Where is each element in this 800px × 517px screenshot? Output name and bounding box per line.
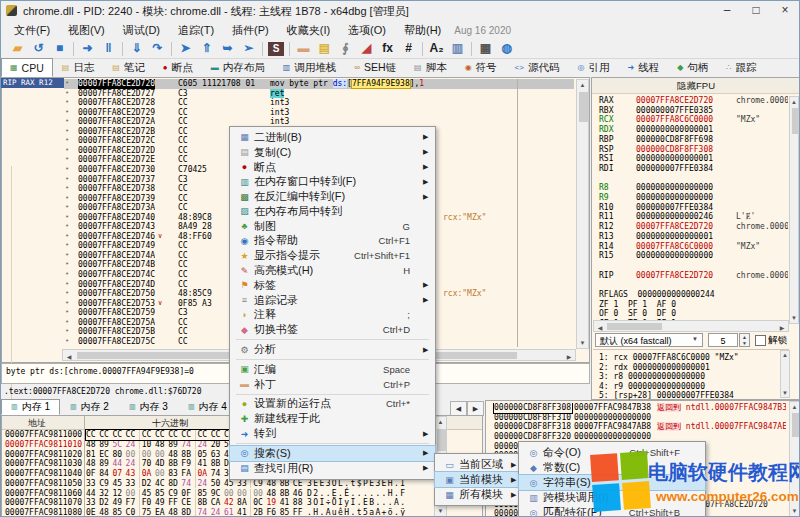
scroll-right-icon[interactable]: ▶ xyxy=(778,324,786,331)
step-into-icon[interactable]: ⇓ xyxy=(126,40,147,57)
dump-prev-button[interactable]: ◀ xyxy=(450,401,467,416)
menu-item-goto-disassembly[interactable]: ▩在反汇编中转到(F)▶ xyxy=(230,189,435,204)
register-row[interactable] xyxy=(592,261,788,271)
tab-trace[interactable]: ∴跟踪 xyxy=(717,58,765,77)
register-row[interactable]: R150000000000000000 xyxy=(592,251,788,261)
breakpoint-dot-icon[interactable]: • xyxy=(65,213,69,222)
scroll-thumb[interactable] xyxy=(792,108,798,134)
breakpoint-dot-icon[interactable]: • xyxy=(65,194,69,203)
tab-source[interactable]: <>源代码 xyxy=(506,58,569,77)
menu-item-current-module[interactable]: ▣当前模块▶ xyxy=(435,472,523,487)
argument-row[interactable]: 4: r9 0000000000000000 xyxy=(599,382,705,392)
disassembly-vscrollbar[interactable]: ▲ ▼ xyxy=(576,79,589,349)
functions-fx-icon[interactable]: fx xyxy=(377,40,398,57)
register-row[interactable]: RSI0000000000000001 xyxy=(592,154,788,164)
scroll-up-icon[interactable]: ▲ xyxy=(790,99,798,105)
disassembly-row[interactable]: •00007FFA8CE2D727C3ret xyxy=(2,89,574,99)
register-row[interactable]: RDX0000000000000001 xyxy=(592,125,788,135)
register-row[interactable]: R110000000000000246L'Ɇ' xyxy=(592,212,788,222)
step-over-icon[interactable]: ↷ xyxy=(147,40,168,57)
calling-convention-select[interactable]: 默认 (x64 fastcall) xyxy=(595,333,703,347)
menu-item-string-references[interactable]: ◎字符串(S) xyxy=(519,475,705,490)
dump-row[interactable]: 00007FFAC981107033D249F7F049FFCE8BCA428A… xyxy=(2,498,432,508)
register-row[interactable] xyxy=(592,280,788,290)
scroll-thumb[interactable] xyxy=(579,92,588,122)
menu-item-all-modules[interactable]: ▦所有模块▶ xyxy=(435,487,523,502)
breakpoint-dot-icon[interactable]: • xyxy=(65,98,69,107)
notes-icon[interactable]: ▤ xyxy=(314,40,335,57)
breakpoint-dot-icon[interactable]: • xyxy=(65,327,69,336)
run-icon[interactable]: ➜ xyxy=(77,40,98,57)
menu-plugins[interactable]: 插件(P) xyxy=(223,21,278,40)
menu-item-command[interactable]: ◎命令(O)Ctrl+Shift+F xyxy=(519,445,705,460)
dump-row[interactable]: 00007FFAC9811060443212004585C90F859C0000… xyxy=(2,489,432,499)
scroll-down-icon[interactable]: ▼ xyxy=(790,315,798,321)
breakpoint-dot-icon[interactable]: • xyxy=(65,155,69,164)
register-row[interactable]: RAX00007FFA8CE2D720chrome.00007 xyxy=(592,96,788,106)
argument-count-field[interactable]: 5 xyxy=(708,333,738,347)
restart-icon[interactable]: ↺ xyxy=(28,40,49,57)
hide-fpu-button[interactable]: 隐藏FPU xyxy=(592,78,800,94)
breakpoint-dot-icon[interactable]: • xyxy=(65,203,69,212)
menu-item-search[interactable]: ◎搜索(S)▶ xyxy=(230,446,435,461)
calculator-icon[interactable]: ▦ xyxy=(475,40,496,57)
menu-trace[interactable]: 追踪(T) xyxy=(169,21,223,40)
menu-item-toggle-bookmark[interactable]: ◆切换书签Ctrl+D xyxy=(230,322,435,337)
tab-cpu[interactable]: ▦CPU xyxy=(1,58,53,77)
menu-item-goto[interactable]: ➜转到▶ xyxy=(230,426,435,441)
menu-item-analysis[interactable]: ⚙分析▶ xyxy=(230,342,435,357)
tab-threads[interactable]: ➜线程 xyxy=(618,58,668,77)
breakpoint-dot-icon[interactable]: • xyxy=(65,270,69,279)
switch-thread-icon[interactable]: ➢ xyxy=(238,40,259,57)
step-out-icon[interactable]: ⇑ xyxy=(196,40,217,57)
dump-row[interactable]: 00007FFAC981105033C94533D24C8D7424504533… xyxy=(2,479,432,489)
breakpoint-dot-icon[interactable]: • xyxy=(65,318,69,327)
scylla-icon[interactable]: S xyxy=(268,42,284,56)
memory-tab-2[interactable]: ▥内存 2 xyxy=(60,399,119,415)
stack-row[interactable]: 000000CD8F8FF30800007FFAC9847B38返回到 ntdl… xyxy=(486,403,786,413)
breakpoint-dot-icon[interactable]: • xyxy=(65,232,69,241)
breakpoint-dot-icon[interactable]: • xyxy=(65,289,69,298)
scroll-left-icon[interactable]: ◀ xyxy=(596,324,604,331)
scroll-thumb[interactable] xyxy=(437,429,446,451)
breakpoint-dot-icon[interactable]: • xyxy=(65,184,69,193)
menu-item-highlight-mode[interactable]: ✎高亮模式(H)H xyxy=(230,263,435,278)
register-row[interactable]: RBX000000007FFE0385 xyxy=(592,106,788,116)
menu-item-graph[interactable]: ♣制图G xyxy=(230,219,435,234)
menu-item-current-region[interactable]: ▭当前区域▶ xyxy=(435,457,523,472)
scroll-left-icon[interactable]: ◀ xyxy=(65,353,73,360)
tab-call-stack[interactable]: ▥调用堆栈 xyxy=(274,58,346,77)
menu-item-find-references[interactable]: ▤查找引用(R)▶ xyxy=(230,461,435,476)
globe-icon[interactable]: ◍ xyxy=(496,40,517,57)
registers-pane[interactable]: 隐藏FPU RAX00007FFA8CE2D720chrome.00007RBX… xyxy=(591,77,800,400)
breakpoint-dot-icon[interactable]: • xyxy=(65,260,69,269)
pause-icon[interactable]: ‖ xyxy=(98,40,119,57)
breakpoint-dot-icon[interactable]: • xyxy=(65,222,69,231)
menu-file[interactable]: 文件(F) xyxy=(5,21,59,40)
tab-script[interactable]: ▤脚本 xyxy=(405,58,456,77)
disassembly-row[interactable]: •00007FFA8CE2D728CCint3 xyxy=(2,98,574,108)
register-row[interactable]: R10000000007FFE0384 xyxy=(592,203,788,213)
breakpoint-dot-icon[interactable]: • xyxy=(65,280,69,289)
register-row[interactable]: RIP00007FFA8CE2D720chrome.00007 xyxy=(592,271,788,281)
breakpoint-dot-icon[interactable]: • xyxy=(65,79,69,88)
registers-vscrollbar[interactable]: ▲ ▼ xyxy=(789,96,799,324)
breakpoint-dot-icon[interactable]: • xyxy=(65,241,69,250)
menu-item-constant[interactable]: ◆常数(C) xyxy=(519,460,705,475)
tab-log[interactable]: ▤日志 xyxy=(53,58,104,77)
breakpoint-dot-icon[interactable]: • xyxy=(65,136,69,145)
tab-memory-map[interactable]: ▬内存布局 xyxy=(202,58,274,77)
menu-item-binary[interactable]: ▦二进制(B)▶ xyxy=(230,130,435,145)
menu-options[interactable]: 选项(O) xyxy=(339,21,395,40)
arguments-vscrollbar[interactable]: ▲ ▼ xyxy=(780,350,790,398)
register-row[interactable]: RSP000000CD8F8FF308 xyxy=(592,145,788,155)
tab-references[interactable]: ◎引用 xyxy=(568,58,618,77)
argument-count-stepper[interactable]: ▲▼ xyxy=(739,333,750,347)
breakpoint-dot-icon[interactable]: • xyxy=(65,117,69,126)
maximize-button[interactable]: □ xyxy=(742,1,770,20)
paperclip-icon[interactable]: ∮ xyxy=(335,40,356,57)
scroll-up-icon[interactable]: ▲ xyxy=(790,404,799,410)
hash-icon[interactable]: # xyxy=(398,40,419,57)
menu-item-instruction-help[interactable]: ◉指令帮助Ctrl+F1 xyxy=(230,234,435,249)
breakpoint-dot-icon[interactable]: • xyxy=(65,127,69,136)
